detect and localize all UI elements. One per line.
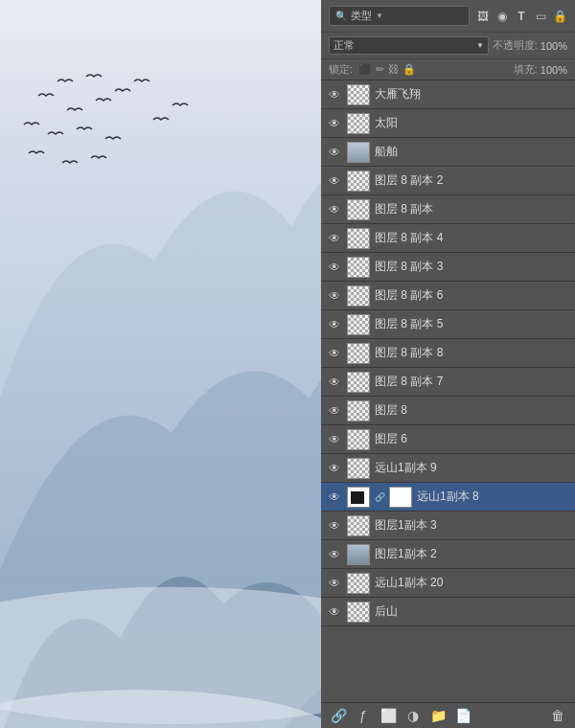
lock-position-icon[interactable]: ⛓ bbox=[388, 63, 399, 76]
layer-row[interactable]: 👁🔗远山1副本 8 bbox=[321, 483, 575, 512]
visibility-icon[interactable]: 👁 bbox=[327, 375, 342, 389]
layer-thumbnail bbox=[347, 199, 370, 220]
layer-thumbnail bbox=[347, 487, 370, 508]
layer-row[interactable]: 👁图层 8 副本 3 bbox=[321, 253, 575, 282]
layer-name-label: 图层 8 副本 8 bbox=[375, 345, 569, 361]
visibility-icon[interactable]: 👁 bbox=[327, 548, 342, 561]
layer-row[interactable]: 👁太阳 bbox=[321, 109, 575, 138]
layer-name-label: 远山1副本 20 bbox=[375, 575, 569, 591]
layer-name-label: 后山 bbox=[375, 603, 569, 620]
blend-mode-arrow: ▼ bbox=[476, 41, 484, 50]
search-box[interactable]: 🔍 类型 ▼ bbox=[329, 6, 470, 26]
visibility-icon[interactable]: 👁 bbox=[327, 88, 342, 102]
blend-mode-select[interactable]: 正常 ▼ bbox=[329, 36, 489, 55]
adjustment-filter-icon[interactable]: ◉ bbox=[494, 10, 510, 23]
layer-thumbnail bbox=[347, 113, 370, 134]
layer-name-label: 图层 8 副本 5 bbox=[375, 316, 569, 332]
layer-row[interactable]: 👁图层 8 副本 2 bbox=[321, 167, 575, 195]
layer-name-label: 图层 8 副本 bbox=[375, 201, 569, 217]
layer-name-label: 图层 8 副本 4 bbox=[375, 230, 569, 246]
visibility-icon[interactable]: 👁 bbox=[327, 318, 342, 331]
layer-row[interactable]: 👁远山1副本 9 bbox=[321, 454, 575, 483]
visibility-icon[interactable]: 👁 bbox=[327, 203, 342, 216]
visibility-icon[interactable]: 👁 bbox=[327, 146, 342, 159]
layer-thumbnail bbox=[347, 372, 370, 393]
lock-icons: ⬛ ✏ ⛓ 🔒 bbox=[358, 63, 416, 76]
visibility-icon[interactable]: 👁 bbox=[327, 117, 342, 130]
new-adjustment-icon[interactable]: ◑ bbox=[403, 708, 423, 723]
visibility-icon[interactable]: 👁 bbox=[327, 289, 342, 303]
image-filter-icon[interactable]: 🖼 bbox=[475, 10, 491, 23]
layer-thumbnail bbox=[347, 400, 370, 421]
layer-thumbnail bbox=[347, 573, 370, 594]
filter-icons: 🖼 ◉ T ▭ 🔒 bbox=[475, 10, 567, 23]
visibility-icon[interactable]: 👁 bbox=[327, 577, 342, 590]
add-mask-icon[interactable]: ⬜ bbox=[379, 708, 398, 723]
layer-row[interactable]: 👁大雁飞翔 bbox=[321, 80, 575, 109]
lock-row: 锁定: ⬛ ✏ ⛓ 🔒 填充: 100% bbox=[321, 59, 575, 80]
visibility-icon[interactable]: 👁 bbox=[327, 519, 342, 533]
layer-row[interactable]: 👁图层 8 副本 7 bbox=[321, 368, 575, 397]
layer-row[interactable]: 👁远山1副本 20 bbox=[321, 569, 575, 598]
fill-control: 填充: 100% bbox=[514, 62, 567, 77]
search-dropdown-arrow[interactable]: ▼ bbox=[376, 11, 383, 20]
layer-name-label: 图层 8 副本 6 bbox=[375, 287, 569, 304]
layers-list[interactable]: 👁大雁飞翔👁太阳👁船舶👁图层 8 副本 2👁图层 8 副本👁图层 8 副本 4👁… bbox=[321, 80, 575, 702]
layer-thumbnail bbox=[347, 84, 370, 105]
layer-row[interactable]: 👁船舶 bbox=[321, 138, 575, 167]
layer-thumbnail bbox=[347, 602, 370, 623]
layer-thumbnail bbox=[347, 228, 370, 249]
layer-row[interactable]: 👁图层 8 副本 6 bbox=[321, 282, 575, 310]
visibility-icon[interactable]: 👁 bbox=[327, 261, 342, 274]
new-layer-icon[interactable]: 📄 bbox=[453, 708, 472, 723]
opacity-value[interactable]: 100% bbox=[540, 40, 567, 52]
layer-name-label: 图层1副本 3 bbox=[375, 517, 569, 534]
text-filter-icon[interactable]: T bbox=[514, 10, 529, 23]
panel-toolbar: 🔍 类型 ▼ 🖼 ◉ T ▭ 🔒 bbox=[321, 0, 575, 33]
layer-row[interactable]: 👁图层 8 副本 5 bbox=[321, 310, 575, 339]
layer-row[interactable]: 👁图层1副本 3 bbox=[321, 512, 575, 540]
layer-name-label: 太阳 bbox=[375, 115, 569, 131]
layer-thumbnail bbox=[347, 343, 370, 364]
visibility-icon[interactable]: 👁 bbox=[327, 174, 342, 188]
layer-mask-thumbnail bbox=[389, 487, 412, 508]
blend-mode-value: 正常 bbox=[334, 38, 355, 53]
layer-thumbnail bbox=[347, 314, 370, 335]
layer-thumbnail bbox=[347, 458, 370, 479]
smart-filter-icon[interactable]: 🔒 bbox=[552, 10, 567, 23]
lock-label: 锁定: bbox=[329, 62, 353, 77]
fill-value[interactable]: 100% bbox=[540, 64, 567, 76]
layer-row[interactable]: 👁图层 6 bbox=[321, 425, 575, 454]
visibility-icon[interactable]: 👁 bbox=[327, 347, 342, 360]
layer-row[interactable]: 👁图层1副本 2 bbox=[321, 540, 575, 569]
link-layers-icon[interactable]: 🔗 bbox=[329, 708, 348, 723]
lock-all-icon[interactable]: 🔒 bbox=[402, 63, 416, 76]
add-style-icon[interactable]: ƒ bbox=[354, 708, 373, 723]
search-type-label: 类型 bbox=[351, 9, 372, 23]
layer-row[interactable]: 👁图层 8 副本 bbox=[321, 195, 575, 224]
layer-name-label: 远山1副本 9 bbox=[375, 460, 569, 476]
layer-row[interactable]: 👁图层 8 bbox=[321, 397, 575, 425]
layer-thumbnail bbox=[347, 429, 370, 450]
layer-name-label: 远山1副本 8 bbox=[417, 489, 569, 505]
delete-layer-icon[interactable]: 🗑 bbox=[548, 708, 567, 723]
layer-row[interactable]: 👁图层 8 副本 8 bbox=[321, 339, 575, 368]
link-icon: 🔗 bbox=[375, 492, 384, 502]
layer-thumbnail bbox=[347, 544, 370, 565]
new-group-icon[interactable]: 📁 bbox=[428, 708, 448, 723]
layer-row[interactable]: 👁后山 bbox=[321, 598, 575, 626]
visibility-icon[interactable]: 👁 bbox=[327, 462, 342, 475]
visibility-icon[interactable]: 👁 bbox=[327, 232, 342, 245]
opacity-control: 不透明度: 100% bbox=[493, 38, 567, 53]
visibility-icon[interactable]: 👁 bbox=[327, 433, 342, 446]
layer-row[interactable]: 👁图层 8 副本 4 bbox=[321, 224, 575, 253]
visibility-icon[interactable]: 👁 bbox=[327, 605, 342, 619]
visibility-icon[interactable]: 👁 bbox=[327, 404, 342, 418]
layer-thumbnail bbox=[347, 257, 370, 278]
search-icon: 🔍 bbox=[335, 11, 347, 21]
shape-filter-icon[interactable]: ▭ bbox=[533, 10, 548, 23]
layer-name-label: 图层 8 副本 3 bbox=[375, 259, 569, 275]
visibility-icon[interactable]: 👁 bbox=[327, 490, 342, 504]
lock-paint-icon[interactable]: ✏ bbox=[376, 63, 384, 76]
lock-pixels-icon[interactable]: ⬛ bbox=[358, 63, 372, 76]
